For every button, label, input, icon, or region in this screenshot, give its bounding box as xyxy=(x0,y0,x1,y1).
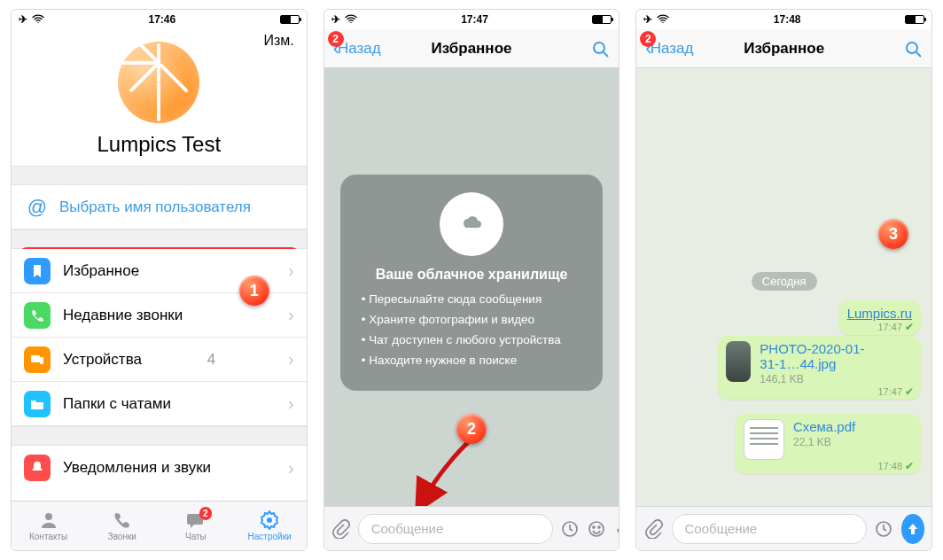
step-marker-2: 2 xyxy=(456,414,487,444)
status-bar: ✈︎ 17:48 xyxy=(636,10,931,29)
search-button[interactable] xyxy=(894,29,931,67)
wifi-icon xyxy=(32,13,44,26)
message-time: 17:47 xyxy=(877,322,902,332)
battery-icon xyxy=(280,15,300,24)
svg-point-3 xyxy=(267,517,272,523)
battery-icon xyxy=(905,15,924,24)
chat-area[interactable]: 3 Сегодня Lumpics.ru 17:47✔ PHOTO-2020-0… xyxy=(636,68,931,506)
svg-rect-0 xyxy=(31,355,40,362)
folder-icon xyxy=(24,391,51,417)
tab-bar: Контакты Звонки 2 Чаты Настройки xyxy=(12,501,307,550)
attach-button[interactable] xyxy=(643,516,664,542)
message-document[interactable]: Схема.pdf 22,1 KB 17:48✔ xyxy=(735,414,921,474)
row-set-username[interactable]: @ Выбрать имя пользователя xyxy=(12,185,307,229)
edit-link[interactable]: Изм. xyxy=(263,33,293,49)
row-notifications[interactable]: Уведомления и звуки › xyxy=(12,446,307,490)
step-marker-1: 1 xyxy=(239,276,269,306)
message-input[interactable] xyxy=(672,514,867,544)
airplane-icon: ✈︎ xyxy=(643,13,652,26)
status-time: 17:48 xyxy=(669,13,905,26)
status-time: 17:47 xyxy=(357,13,593,26)
attach-button[interactable] xyxy=(331,516,351,542)
row-label: Уведомления и звуки xyxy=(63,459,211,477)
bookmark-icon xyxy=(24,258,51,284)
message-input[interactable] xyxy=(358,514,553,544)
phone-icon xyxy=(24,302,51,329)
tab-label: Контакты xyxy=(29,532,67,541)
back-label: Назад xyxy=(651,40,694,58)
tab-label: Чаты xyxy=(185,532,207,541)
back-button[interactable]: 2 ‹ Назад xyxy=(324,29,390,67)
cloud-bullet: Храните фотографии и видео xyxy=(362,310,586,331)
cloud-bullet: Пересылайте сюда сообщения xyxy=(362,290,586,310)
file-name: Схема.pdf xyxy=(793,419,855,434)
sticker-button[interactable] xyxy=(587,516,606,542)
nav-bar: 2 ‹ Назад Избранное xyxy=(636,29,931,68)
row-label: Недавние звонки xyxy=(63,307,183,324)
airplane-icon: ✈︎ xyxy=(331,13,340,26)
bell-icon xyxy=(24,455,51,481)
chat-area: Ваше облачное хранилище Пересылайте сюда… xyxy=(324,68,620,506)
input-bar xyxy=(636,506,931,550)
tab-contacts[interactable]: Контакты xyxy=(12,502,85,550)
message-photo[interactable]: PHOTO-2020-01-31-1…44.jpg 146,1 KB 17:47… xyxy=(717,336,921,400)
send-button[interactable] xyxy=(901,514,924,544)
status-time: 17:46 xyxy=(44,13,280,26)
message-link[interactable]: Lumpics.ru 17:47✔ xyxy=(838,300,921,335)
svg-rect-1 xyxy=(40,357,43,364)
file-size: 146,1 KB xyxy=(760,373,871,385)
tab-chats[interactable]: 2 Чаты xyxy=(159,502,232,550)
nav-title: Избранное xyxy=(744,40,824,58)
input-bar xyxy=(324,506,620,550)
profile-name: Lumpics Test xyxy=(12,132,307,157)
airplane-icon: ✈︎ xyxy=(19,13,27,26)
doc-thumb xyxy=(744,419,784,460)
scheduled-button[interactable] xyxy=(874,516,894,542)
back-button[interactable]: 2 ‹ Назад xyxy=(636,29,702,67)
row-label: Избранное xyxy=(63,262,139,280)
message-time: 17:47 xyxy=(877,386,902,397)
svg-point-11 xyxy=(907,43,917,53)
tab-settings[interactable]: Настройки xyxy=(233,502,307,550)
wifi-icon xyxy=(345,13,357,26)
phone-saved-empty: ✈︎ 17:47 2 ‹ Назад Избранное Ваше облачн… xyxy=(323,9,620,551)
file-name: PHOTO-2020-01-31-1…44.jpg xyxy=(760,341,871,371)
chevron-right-icon: › xyxy=(288,349,294,369)
nav-title: Избранное xyxy=(432,40,512,58)
chevron-right-icon: › xyxy=(288,305,294,325)
check-icon: ✔ xyxy=(905,321,914,333)
svg-point-4 xyxy=(594,43,604,53)
step-marker-3: 3 xyxy=(878,219,908,249)
check-icon: ✔ xyxy=(905,460,914,472)
message-link-text[interactable]: Lumpics.ru xyxy=(847,306,912,321)
file-size: 22,1 KB xyxy=(793,436,855,448)
tab-calls[interactable]: Звонки xyxy=(85,502,159,550)
svg-point-8 xyxy=(593,526,595,528)
row-label: Папки с чатами xyxy=(63,395,171,413)
tab-label: Звонки xyxy=(108,532,136,541)
row-label: Выбрать имя пользователя xyxy=(59,198,251,216)
check-icon: ✔ xyxy=(905,385,914,398)
nav-bar: 2 ‹ Назад Избранное xyxy=(324,29,620,68)
status-bar: ✈︎ 17:46 xyxy=(12,10,307,29)
avatar[interactable] xyxy=(118,42,199,123)
row-chat-folders[interactable]: Папки с чатами › xyxy=(12,382,307,426)
at-icon: @ xyxy=(24,196,51,219)
photo-thumb xyxy=(726,341,751,382)
cloud-storage-panel: Ваше облачное хранилище Пересылайте сюда… xyxy=(340,175,604,391)
message-time: 17:48 xyxy=(877,461,902,471)
svg-point-2 xyxy=(45,513,52,520)
svg-point-9 xyxy=(598,526,600,528)
cloud-bullet: Находите нужное в поиске xyxy=(362,351,586,371)
mic-button[interactable] xyxy=(613,516,620,542)
phone-saved-messages: ✈︎ 17:48 2 ‹ Назад Избранное 3 Сегодня L… xyxy=(635,9,932,551)
back-badge: 2 xyxy=(328,31,344,47)
search-button[interactable] xyxy=(581,29,619,67)
devices-icon xyxy=(24,346,51,373)
wifi-icon xyxy=(657,13,669,26)
cloud-bullet: Чат доступен с любого устройства xyxy=(362,331,586,351)
chats-badge: 2 xyxy=(199,507,212,520)
battery-icon xyxy=(592,15,612,24)
scheduled-button[interactable] xyxy=(560,516,580,542)
row-devices[interactable]: Устройства 4 › xyxy=(12,338,307,382)
